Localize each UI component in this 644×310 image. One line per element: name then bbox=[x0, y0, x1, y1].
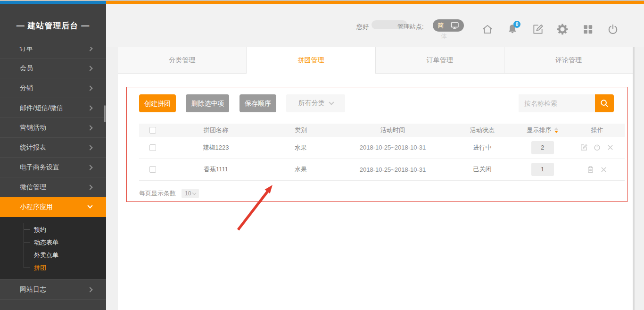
cell-name: 香蕉1111 bbox=[166, 159, 265, 180]
tab-bar: 分类管理 拼团管理 订单管理 评论管理 bbox=[118, 47, 633, 74]
category-filter-dropdown[interactable]: 所有分类 bbox=[286, 94, 345, 112]
groupbuy-table: 拼团名称 类别 活动时间 活动状态 显示排序 操作 辣椒12 bbox=[139, 124, 625, 181]
power-icon bbox=[607, 23, 619, 35]
notification-badge: 0 bbox=[513, 21, 520, 28]
sort-arrows-icon bbox=[554, 127, 558, 133]
search-bar bbox=[519, 94, 614, 112]
tab-groupbuy-management[interactable]: 拼团管理 bbox=[247, 47, 375, 74]
sidebar-nav: 订单 会员 分销 邮件/短信/微信 营销活动 统计报表 bbox=[0, 47, 106, 310]
topbar: 您好 管理站点: 简 体 0 bbox=[106, 4, 644, 47]
chevron-right-icon bbox=[87, 85, 92, 91]
table-header-row: 拼团名称 类别 活动时间 活动状态 显示排序 操作 bbox=[139, 124, 625, 137]
sidebar-item-statistics[interactable]: 统计报表 bbox=[0, 138, 106, 158]
cell-status: 已关闭 bbox=[449, 159, 515, 180]
language-label-overflow: 体 bbox=[441, 32, 447, 41]
delete-row-icon[interactable] bbox=[600, 166, 608, 174]
edit-icon bbox=[532, 23, 544, 35]
apps-button[interactable] bbox=[582, 23, 594, 35]
clipboard-icon[interactable] bbox=[586, 166, 594, 174]
cell-category: 水果 bbox=[265, 159, 336, 180]
sidebar-item-label: 订单 bbox=[20, 47, 33, 52]
sidebar-item-mail-sms-wechat[interactable]: 邮件/短信/微信 bbox=[0, 98, 106, 118]
cell-category: 水果 bbox=[265, 137, 336, 159]
sidebar-item-label: 网站日志 bbox=[20, 285, 46, 293]
sidebar-item-marketing[interactable]: 营销活动 bbox=[0, 118, 106, 138]
col-header-actions: 操作 bbox=[570, 124, 625, 137]
settings-button[interactable] bbox=[556, 23, 569, 35]
grid-icon bbox=[582, 23, 594, 35]
delete-row-icon[interactable] bbox=[606, 143, 614, 151]
sidebar-item-label: 邮件/短信/微信 bbox=[20, 104, 63, 111]
col-header-time: 活动时间 bbox=[336, 124, 449, 137]
chevron-right-icon bbox=[87, 105, 92, 110]
col-header-name: 拼团名称 bbox=[166, 124, 265, 137]
content-scrollbar-track[interactable] bbox=[633, 47, 635, 310]
row-actions bbox=[570, 143, 625, 151]
sort-order-input[interactable]: 2 bbox=[531, 141, 554, 154]
row-checkbox[interactable] bbox=[149, 166, 156, 173]
managed-site-label: 管理站点: bbox=[397, 23, 424, 31]
tab-review-management[interactable]: 评论管理 bbox=[504, 47, 633, 74]
sidebar-item-label: 小程序应用 bbox=[20, 203, 53, 210]
save-order-button[interactable]: 保存顺序 bbox=[239, 94, 276, 112]
sidebar-scrollbar[interactable] bbox=[104, 105, 106, 122]
language-switcher[interactable]: 简 bbox=[433, 19, 464, 32]
submenu-item-takeout-order[interactable]: 外卖点单 bbox=[0, 249, 106, 261]
logout-button[interactable] bbox=[607, 23, 619, 35]
chevron-down-icon bbox=[87, 203, 92, 208]
sidebar-item-site-logs[interactable]: 网站日志 bbox=[0, 280, 106, 300]
sidebar-item-wechat-management[interactable]: 微信管理 bbox=[0, 177, 106, 197]
select-all-checkbox[interactable] bbox=[149, 127, 156, 134]
home-icon bbox=[481, 23, 494, 35]
submenu-item-group-buy[interactable]: 拼团 bbox=[0, 261, 106, 274]
page-size-label: 每页显示条数 bbox=[139, 189, 176, 198]
submenu-item-dynamic-forms[interactable]: 动态表单 bbox=[0, 236, 106, 249]
screen: — 建站管理后台 — 订单 会员 分销 邮件/短信/微信 营销活动 bbox=[0, 0, 644, 310]
chevron-down-icon bbox=[329, 100, 334, 105]
edit-row-icon[interactable] bbox=[580, 143, 588, 151]
home-button[interactable] bbox=[481, 23, 494, 35]
table-row: 香蕉1111 水果 2018-10-25~2018-10-31 已关闭 1 bbox=[139, 159, 625, 180]
sidebar-item-label: 分销 bbox=[20, 84, 33, 92]
chevron-right-icon bbox=[87, 287, 92, 292]
chevron-right-icon bbox=[87, 47, 92, 51]
sidebar-item-label: 电子商务设置 bbox=[20, 163, 59, 171]
tab-order-management[interactable]: 订单管理 bbox=[376, 47, 504, 74]
delete-selected-button[interactable]: 删除选中项 bbox=[186, 94, 229, 112]
chevron-down-icon bbox=[192, 191, 196, 194]
monitor-icon bbox=[450, 22, 459, 30]
table-row: 辣椒1223 水果 2018-10-25~2018-10-31 进行中 2 bbox=[139, 137, 625, 159]
submenu-item-booking[interactable]: 预约 bbox=[0, 223, 106, 236]
toolbar: 创建拼团 删除选中项 保存顺序 所有分类 bbox=[139, 94, 614, 112]
sidebar-item-label: 会员 bbox=[20, 64, 33, 72]
page-size-value: 10 bbox=[185, 190, 191, 197]
col-header-sort[interactable]: 显示排序 bbox=[527, 126, 558, 134]
sidebar-submenu: 预约 动态表单 外卖点单 拼团 bbox=[0, 217, 106, 280]
greeting-text: 您好 bbox=[356, 23, 369, 31]
col-header-status: 活动状态 bbox=[449, 124, 515, 137]
chevron-right-icon bbox=[87, 66, 92, 71]
cell-name: 辣椒1223 bbox=[166, 137, 265, 159]
sidebar-item-distribution[interactable]: 分销 bbox=[0, 78, 106, 98]
sidebar-item-orders[interactable]: 订单 bbox=[0, 47, 106, 59]
sidebar-item-members[interactable]: 会员 bbox=[0, 59, 106, 78]
notifications-button[interactable]: 0 bbox=[506, 23, 519, 35]
sidebar: — 建站管理后台 — 订单 会员 分销 邮件/短信/微信 营销活动 bbox=[0, 4, 106, 310]
sidebar-item-miniprogram-apps[interactable]: 小程序应用 bbox=[0, 197, 106, 217]
sidebar-item-ecommerce-settings[interactable]: 电子商务设置 bbox=[0, 158, 106, 177]
content-card: 分类管理 拼团管理 订单管理 评论管理 创建拼团 删除选中项 保存顺序 所有分类 bbox=[118, 47, 633, 310]
sidebar-item-label: 微信管理 bbox=[20, 183, 46, 191]
search-icon bbox=[599, 98, 610, 109]
search-button[interactable] bbox=[595, 94, 614, 112]
language-label: 简 bbox=[438, 21, 444, 30]
create-groupbuy-button[interactable]: 创建拼团 bbox=[139, 94, 176, 112]
edit-button[interactable] bbox=[532, 23, 544, 35]
page-size-select[interactable]: 10 bbox=[182, 189, 199, 198]
chevron-right-icon bbox=[87, 165, 92, 170]
chevron-right-icon bbox=[87, 125, 92, 130]
search-input[interactable] bbox=[519, 94, 595, 112]
row-checkbox[interactable] bbox=[149, 144, 156, 151]
sort-order-input[interactable]: 1 bbox=[531, 163, 554, 176]
power-toggle-icon[interactable] bbox=[593, 143, 601, 151]
tab-category-management[interactable]: 分类管理 bbox=[118, 47, 247, 74]
